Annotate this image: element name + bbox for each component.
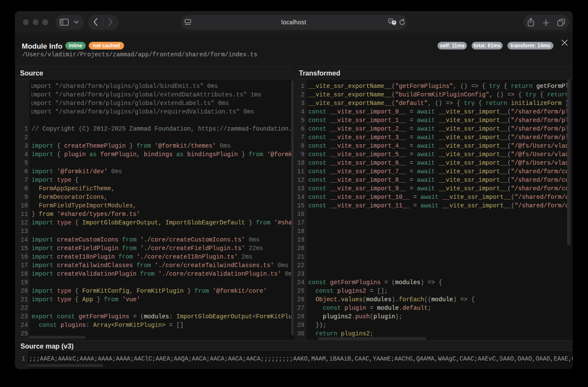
svg-text:A: A bbox=[389, 18, 392, 23]
svg-text:*: * bbox=[393, 20, 395, 25]
